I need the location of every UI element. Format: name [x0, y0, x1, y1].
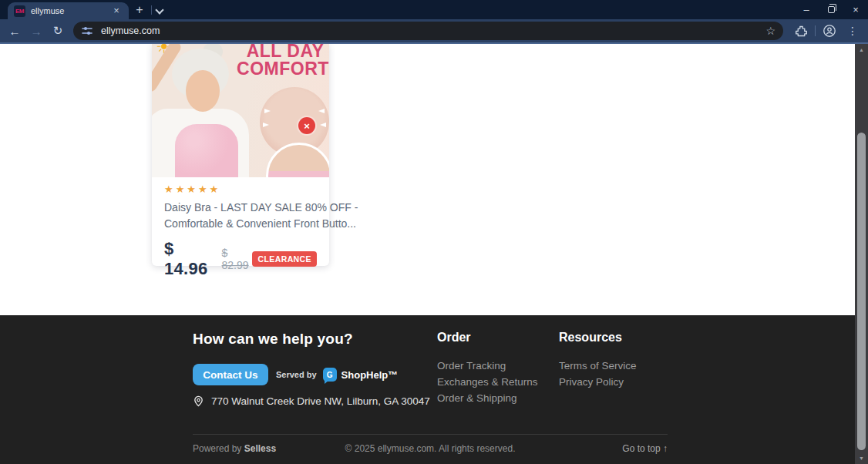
- clearance-badge: CLEARANCE: [252, 251, 317, 267]
- vertical-scrollbar[interactable]: ▲ ▼: [855, 44, 868, 464]
- inset-arrow-icon: [264, 109, 271, 113]
- tab-close-icon[interactable]: ×: [110, 5, 123, 17]
- current-price: $ 14.96: [164, 239, 214, 279]
- rating-stars: ★★★★★: [164, 183, 317, 195]
- store-address: 770 Walnut Creek Drive NW, Lilburn, GA 3…: [211, 395, 430, 407]
- site-settings-icon[interactable]: [81, 25, 93, 37]
- product-info: ★★★★★ Daisy Bra - LAST DAY SALE 80% OFF …: [152, 177, 329, 279]
- location-pin-icon: [193, 395, 204, 407]
- restore-icon: [828, 6, 835, 13]
- footer-link-privacy-policy[interactable]: Privacy Policy: [559, 376, 624, 388]
- product-image[interactable]: ☀ ALL DAY COMFORT ×: [152, 44, 329, 177]
- tab-list-chevron-icon[interactable]: [156, 7, 163, 13]
- scroll-up-arrow-icon[interactable]: ▲: [855, 44, 868, 55]
- address-bar[interactable]: ellymuse.com ☆: [73, 22, 783, 40]
- browser-toolbar: ← → ↻ ellymuse.com ☆ ⋮: [0, 19, 868, 44]
- tab-ellymuse[interactable]: EM ellymuse ×: [8, 2, 129, 19]
- footer-heading: How can we help you?: [193, 331, 353, 348]
- red-x-badge-icon: ×: [298, 117, 315, 134]
- price-row: $ 14.96 $ 82.99 CLEARANCE: [164, 239, 317, 279]
- window-controls: – ×: [794, 0, 868, 19]
- footer-container: How can we help you? Contact Us Served b…: [193, 315, 668, 464]
- page-content: ☀ ALL DAY COMFORT × ★★★★★: [0, 44, 855, 464]
- footer-link-order-shipping[interactable]: Order & Shipping: [437, 392, 517, 404]
- toolbar-divider: [815, 25, 816, 36]
- inset-arrow-icon: [320, 123, 326, 127]
- inset-arrow-icon: [263, 123, 269, 127]
- profile-button[interactable]: [819, 21, 839, 41]
- inset-arrow-icon: [318, 109, 325, 113]
- tab-title: ellymuse: [31, 6, 110, 15]
- close-button[interactable]: ×: [843, 0, 868, 19]
- page-footer: How can we help you? Contact Us Served b…: [0, 315, 855, 464]
- forward-button: →: [27, 22, 45, 40]
- old-price: $ 82.99: [222, 247, 253, 271]
- restore-button[interactable]: [819, 0, 843, 19]
- footer-divider: [193, 434, 668, 435]
- image-headline-line2: COMFORT: [237, 59, 329, 79]
- shophelp-brand: ShopHelp™: [341, 369, 399, 381]
- footer-link-order-tracking[interactable]: Order Tracking: [437, 360, 506, 372]
- new-tab-button[interactable]: +: [132, 3, 147, 17]
- profile-icon: [823, 24, 836, 38]
- browser-window: EM ellymuse × + – × ← → ↻ ellymuse.com ☆: [0, 0, 868, 464]
- product-title-line2[interactable]: Comfortable & Convenient Front Butto...: [164, 216, 317, 232]
- go-to-top-link[interactable]: Go to top ↑: [622, 443, 668, 454]
- served-by-group[interactable]: Served by G ShopHelp™: [276, 368, 398, 382]
- site-favicon: EM: [14, 5, 25, 17]
- refresh-button[interactable]: ↻: [49, 22, 67, 40]
- url-text[interactable]: ellymuse.com: [101, 25, 759, 36]
- menu-button[interactable]: ⋮: [843, 21, 863, 41]
- bookmark-star-icon[interactable]: ☆: [765, 25, 775, 37]
- scroll-down-arrow-icon[interactable]: ▼: [855, 452, 868, 464]
- address-row: 770 Walnut Creek Drive NW, Lilburn, GA 3…: [193, 395, 430, 407]
- tab-bar: EM ellymuse × + – ×: [0, 0, 868, 19]
- footer-link-exchanges-returns[interactable]: Exchanges & Returns: [437, 376, 538, 388]
- copyright-text: © 2025 ellymuse.com. All rights reserved…: [193, 443, 668, 454]
- model-bra-shape: [175, 124, 238, 177]
- contact-us-button[interactable]: Contact Us: [193, 364, 268, 385]
- column-heading: Order: [437, 331, 471, 345]
- model-face-shape: [186, 70, 220, 112]
- served-by-label: Served by: [276, 370, 317, 379]
- footer-link-terms-of-service[interactable]: Terms of Service: [559, 360, 637, 372]
- puzzle-icon: [795, 25, 808, 38]
- product-card[interactable]: ☀ ALL DAY COMFORT × ★★★★★: [152, 44, 329, 266]
- shophelp-logo-icon: G: [323, 368, 337, 382]
- footer-bottom-bar: Powered by Selless © 2025 ellymuse.com. …: [193, 442, 668, 457]
- scrollbar-thumb[interactable]: [857, 133, 866, 450]
- product-title-line1[interactable]: Daisy Bra - LAST DAY SALE 80% OFF -: [164, 200, 317, 216]
- column-heading: Resources: [559, 331, 622, 345]
- extensions-button[interactable]: [791, 21, 811, 41]
- tabbar-divider: [151, 5, 152, 15]
- back-button[interactable]: ←: [5, 22, 24, 40]
- minimize-button[interactable]: –: [794, 0, 819, 19]
